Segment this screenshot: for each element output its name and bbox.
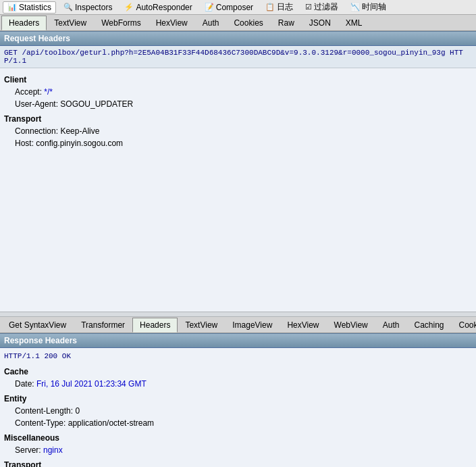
header-host: Host: config.pinyin.sogou.com	[4, 137, 472, 149]
toolbar-statistics-label: Statistics	[19, 3, 51, 12]
tab-response-getsyntaxview[interactable]: Get SyntaxView	[1, 318, 74, 332]
header-connection-req: Connection: Keep-Alive	[4, 125, 472, 137]
toolbar-composer-label: Composer	[216, 3, 253, 12]
tab-request-xml[interactable]: XML	[338, 16, 370, 30]
toolbar-log[interactable]: 📋 日志	[261, 0, 298, 14]
request-content-area: Client Accept: */* User-Agent: SOGOU_UPD…	[0, 68, 476, 312]
toolbar-composer[interactable]: 📝 Composer	[200, 1, 258, 14]
header-server: Server: nginx	[4, 444, 472, 456]
section-divider	[0, 312, 476, 317]
tab-response-textview[interactable]: TextView	[178, 318, 225, 332]
tab-request-headers[interactable]: Headers	[1, 16, 47, 30]
tab-response-imageview[interactable]: ImageView	[225, 318, 280, 332]
response-section-header: Response Headers	[0, 333, 476, 348]
toolbar-filter-label: 过滤器	[314, 1, 338, 13]
group-title-miscellaneous: Miscellaneous	[4, 433, 472, 443]
request-line: GET /api/toolbox/geturl.php?h=2E5A04B31F…	[0, 46, 476, 68]
tab-request-json[interactable]: JSON	[302, 16, 338, 30]
timeline-icon: 📉	[350, 3, 360, 11]
group-title-entity: Entity	[4, 394, 472, 403]
tab-response-headers[interactable]: Headers	[132, 318, 178, 333]
tab-response-auth[interactable]: Auth	[375, 318, 407, 332]
tab-response-webview[interactable]: WebView	[327, 318, 375, 332]
tab-response-hexview[interactable]: HexView	[280, 318, 326, 332]
header-date: Date: Fri, 16 Jul 2021 01:23:34 GMT	[4, 378, 472, 390]
toolbar-filter[interactable]: ☑ 过滤器	[300, 0, 343, 14]
log-icon: 📋	[265, 3, 275, 11]
tab-response-cookies[interactable]: Cookies	[452, 318, 477, 332]
inspectors-icon: 🔍	[63, 3, 73, 11]
toolbar-inspectors[interactable]: 🔍 Inspectors	[59, 1, 117, 14]
group-title-transport-req: Transport	[4, 114, 472, 124]
statistics-icon: 📊	[7, 3, 17, 11]
toolbar-statistics[interactable]: 📊 Statistics	[3, 1, 56, 14]
toolbar-timeline[interactable]: 📉 时间轴	[346, 0, 391, 14]
toolbar-autoresponder[interactable]: ⚡ AutoResponder	[120, 1, 196, 14]
header-accept: Accept: */*	[4, 86, 472, 98]
autoresponder-icon: ⚡	[124, 3, 134, 11]
tab-request-webforms[interactable]: WebForms	[94, 16, 148, 30]
header-content-length: Content-Length: 0	[4, 405, 472, 417]
response-content-area: HTTP/1.1 200 OK Cache Date: Fri, 16 Jul …	[0, 348, 476, 467]
toolbar-timeline-label: 时间轴	[362, 1, 386, 13]
request-tab-bar: Headers TextView WebForms HexView Auth C…	[0, 15, 476, 31]
tab-request-cookies[interactable]: Cookies	[226, 16, 270, 30]
tab-request-hexview[interactable]: HexView	[149, 16, 195, 30]
response-tab-bar: Get SyntaxView Transformer Headers TextV…	[0, 317, 476, 333]
toolbar-autoresponder-label: AutoResponder	[136, 3, 192, 12]
filter-icon: ☑	[305, 3, 312, 11]
response-status-line: HTTP/1.1 200 OK	[4, 351, 472, 363]
top-toolbar: 📊 Statistics 🔍 Inspectors ⚡ AutoResponde…	[0, 0, 476, 15]
composer-icon: 📝	[205, 3, 214, 11]
request-section-header: Request Headers	[0, 31, 476, 46]
header-content-type: Content-Type: application/octet-stream	[4, 417, 472, 429]
group-title-cache: Cache	[4, 367, 472, 376]
header-user-agent: User-Agent: SOGOU_UPDATER	[4, 98, 472, 110]
toolbar-inspectors-label: Inspectors	[75, 3, 112, 12]
tab-response-transformer[interactable]: Transformer	[74, 318, 132, 332]
tab-request-auth[interactable]: Auth	[195, 16, 227, 30]
toolbar-log-label: 日志	[277, 1, 293, 13]
tab-request-raw[interactable]: Raw	[271, 16, 302, 30]
tab-response-caching[interactable]: Caching	[406, 318, 451, 332]
group-title-transport-resp: Transport	[4, 460, 472, 467]
group-title-client: Client	[4, 75, 472, 84]
tab-request-textview[interactable]: TextView	[47, 16, 94, 30]
